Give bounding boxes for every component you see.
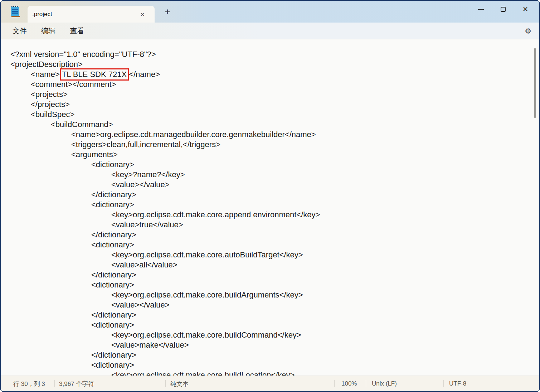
status-line-column: 行 30，列 3 (13, 379, 45, 388)
editor-lines: <?xml version="1.0" encoding="UTF-8"?><p… (1, 49, 539, 376)
code-line: <triggers>clean,full,incremental,</trigg… (1, 140, 539, 150)
code-line: <name>org.eclipse.cdt.managedbuilder.cor… (1, 130, 539, 140)
status-char-count: 3,967 个字符 (59, 379, 94, 388)
tab-project[interactable]: .project × (28, 6, 155, 23)
code-line: <key>org.eclipse.cdt.make.core.autoBuild… (1, 250, 539, 260)
status-zoom-level: 100% (341, 380, 357, 387)
code-line: <comment></comment> (1, 79, 539, 89)
code-line: </dictionary> (1, 230, 539, 240)
code-line: </dictionary> (1, 190, 539, 200)
code-line: </dictionary> (1, 310, 539, 320)
menu-item[interactable]: 查看 (67, 25, 87, 37)
minimize-icon (478, 9, 484, 10)
status-encoding: UTF-8 (449, 380, 466, 387)
code-line: <dictionary> (1, 280, 539, 290)
status-divider (334, 380, 335, 387)
close-button[interactable]: × (514, 1, 536, 18)
code-line: <arguments> (1, 150, 539, 160)
code-line: <dictionary> (1, 240, 539, 250)
tab-title: .project (32, 11, 52, 18)
notepad-app-icon (10, 6, 21, 18)
code-line: <dictionary> (1, 160, 539, 170)
highlight-box: TL BLE SDK 721X (60, 68, 129, 81)
plus-icon: + (165, 6, 170, 17)
code-line: <value></value> (1, 300, 539, 310)
gear-icon: ⚙ (525, 27, 531, 35)
status-doc-type: 纯文本 (170, 379, 189, 388)
maximize-icon (501, 7, 506, 12)
menu-item[interactable]: 文件 (9, 25, 30, 37)
code-line: <value>all</value> (1, 260, 539, 270)
text-editor-area[interactable]: <?xml version="1.0" encoding="UTF-8"?><p… (1, 39, 539, 376)
code-line: <dictionary> (1, 360, 539, 370)
window-controls: × (470, 1, 536, 18)
status-line-ending: Unix (LF) (372, 380, 397, 387)
menu-item[interactable]: 编辑 (38, 25, 59, 37)
vertical-scrollbar-thumb[interactable] (534, 48, 536, 118)
code-line: <dictionary> (1, 200, 539, 210)
code-line: <key>org.eclipse.cdt.make.core.buildComm… (1, 330, 539, 340)
code-line: <buildCommand> (1, 120, 539, 130)
minimize-button[interactable] (470, 1, 492, 18)
code-line: <projectDescription> (1, 59, 539, 69)
title-bar: .project × + × (1, 1, 539, 23)
new-tab-button[interactable]: + (161, 5, 174, 19)
code-line: <key>org.eclipse.cdt.make.core.buildArgu… (1, 290, 539, 300)
status-divider (443, 380, 444, 387)
menu-bar: 文件编辑查看⚙ (1, 23, 539, 39)
code-line: </dictionary> (1, 270, 539, 280)
close-icon: × (523, 5, 528, 14)
maximize-button[interactable] (492, 1, 514, 18)
code-line: </projects> (1, 100, 539, 110)
status-divider (165, 380, 166, 387)
notepad-window: .project × + × 文件编辑查看⚙ <?xml version="1.… (0, 0, 540, 392)
tab-close-icon[interactable]: × (138, 10, 147, 19)
status-bar: 行 30，列 3 3,967 个字符 纯文本 100% Unix (LF) UT… (1, 376, 539, 391)
code-line: <key>org.eclipse.cdt.make.core.append en… (1, 210, 539, 220)
code-line: <key>org.eclipse.cdt.make.core.buildLoca… (1, 370, 539, 376)
code-line: <value>make</value> (1, 340, 539, 350)
code-line: <value></value> (1, 180, 539, 190)
code-line: <key>?name?</key> (1, 170, 539, 180)
code-line: <projects> (1, 89, 539, 100)
code-line: <buildSpec> (1, 110, 539, 120)
code-line: </dictionary> (1, 350, 539, 360)
status-divider (54, 380, 55, 387)
code-line: <dictionary> (1, 320, 539, 330)
settings-button[interactable]: ⚙ (525, 27, 531, 35)
code-line: <name>TL BLE SDK 721X</name> (1, 69, 539, 79)
status-divider (366, 380, 366, 387)
code-line: <?xml version="1.0" encoding="UTF-8"?> (1, 49, 539, 59)
code-line: <value>true</value> (1, 220, 539, 230)
